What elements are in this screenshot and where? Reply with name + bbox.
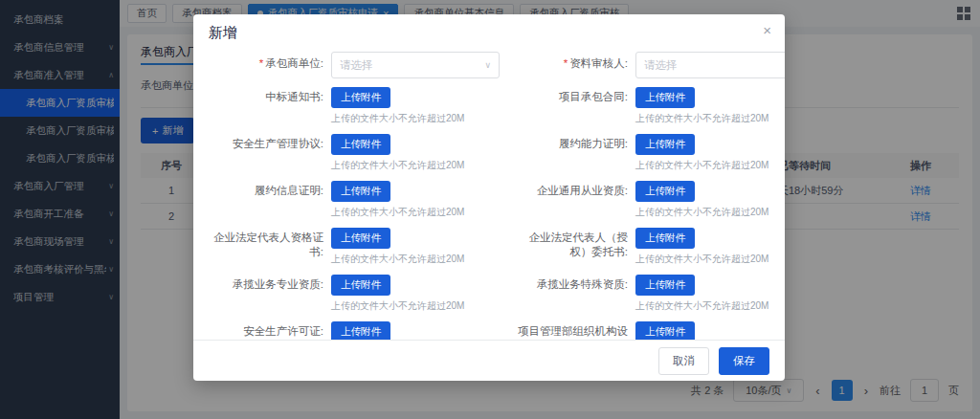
add-dialog: 新增 × *承包商单位: 请选择∨ *资料审核人: 请选择∨ 中标通知书: 上传…	[193, 14, 785, 381]
upload-hint: 上传的文件大小不允许超过20M	[635, 299, 785, 313]
field-label: 企业法定代表人（授权）委托书:	[517, 226, 635, 266]
upload-attachment-button[interactable]: 上传附件	[331, 181, 390, 202]
upload-attachment-button[interactable]: 上传附件	[331, 228, 390, 249]
field-label: 项目承包合同:	[517, 85, 635, 125]
modal-body: *承包商单位: 请选择∨ *资料审核人: 请选择∨ 中标通知书: 上传附件上传的…	[193, 48, 785, 340]
field-label: 企业通用从业资质:	[517, 179, 635, 219]
form-item-special-qualification: 承揽业务特殊资质: 上传附件上传的文件大小不允许超过20M	[517, 273, 785, 313]
material-reviewer-select[interactable]: 请选择∨	[635, 52, 785, 78]
upload-attachment-button[interactable]: 上传附件	[635, 321, 695, 340]
upload-attachment-button[interactable]: 上传附件	[635, 134, 695, 155]
field-label: 履约信息证明:	[212, 179, 331, 219]
form-item-safety-mgmt-agreement: 安全生产管理协议: 上传附件上传的文件大小不允许超过20M	[212, 132, 500, 172]
form-item-legal-rep-authorization: 企业法定代表人（授权）委托书: 上传附件上传的文件大小不允许超过20M	[517, 226, 785, 266]
field-label: 中标通知书:	[212, 85, 331, 125]
form-item-legal-rep-certificate: 企业法定代表人资格证书: 上传附件上传的文件大小不允许超过20M	[212, 226, 500, 266]
upload-attachment-button[interactable]: 上传附件	[635, 87, 695, 108]
form-item-bid-notice: 中标通知书: 上传附件上传的文件大小不允许超过20M	[212, 85, 500, 125]
required-marker: *	[564, 57, 568, 69]
form-item-performance-info-proof: 履约信息证明: 上传附件上传的文件大小不允许超过20M	[212, 179, 500, 219]
upload-hint: 上传的文件大小不允许超过20M	[635, 253, 785, 266]
form-item-general-qualification: 企业通用从业资质: 上传附件上传的文件大小不允许超过20M	[517, 179, 785, 219]
form-item-performance-capability-proof: 履约能力证明: 上传附件上传的文件大小不允许超过20M	[517, 132, 785, 172]
upload-hint: 上传的文件大小不允许超过20M	[331, 253, 500, 266]
app-root: 承包商档案 承包商信息管理∨ 承包商准入管理∧ 承包商入厂资质审核申请 承包商入…	[0, 0, 980, 419]
upload-hint: 上传的文件大小不允许超过20M	[635, 112, 785, 125]
modal-footer: 取消 保存	[193, 340, 785, 381]
upload-hint: 上传的文件大小不允许超过20M	[331, 299, 500, 313]
form-item-project-contract: 项目承包合同: 上传附件上传的文件大小不允许超过20M	[517, 85, 785, 125]
field-label: 承揽业务专业资质:	[212, 273, 331, 313]
upload-attachment-button[interactable]: 上传附件	[635, 181, 695, 202]
upload-attachment-button[interactable]: 上传附件	[331, 321, 390, 340]
upload-attachment-button[interactable]: 上传附件	[331, 87, 390, 108]
form-grid: *承包商单位: 请选择∨ *资料审核人: 请选择∨ 中标通知书: 上传附件上传的…	[212, 52, 766, 340]
save-button[interactable]: 保存	[719, 347, 769, 375]
modal-title: 新增	[209, 24, 237, 40]
form-item-pm-org-staffing-plan: 项目管理部组织机构设置及人员配置方案: 上传附件上传的文件大小不允许超过20M	[517, 320, 785, 340]
cancel-button[interactable]: 取消	[658, 347, 709, 375]
chevron-down-icon: ∨	[484, 60, 491, 70]
field-label: 企业法定代表人资格证书:	[212, 226, 331, 266]
required-marker: *	[259, 57, 263, 69]
select-placeholder: 请选择	[644, 58, 678, 73]
upload-hint: 上传的文件大小不允许超过20M	[331, 112, 500, 125]
modal-header: 新增 ×	[193, 14, 785, 48]
field-label: 安全生产许可证:	[212, 320, 331, 340]
form-item-contractor-unit: *承包商单位: 请选择∨	[212, 52, 500, 78]
form-item-safety-production-license: 安全生产许可证: 上传附件上传的文件大小不允许超过20M	[212, 320, 500, 340]
select-placeholder: 请选择	[340, 58, 373, 73]
field-label: 履约能力证明:	[517, 132, 635, 172]
field-label: 安全生产管理协议:	[212, 132, 331, 172]
upload-attachment-button[interactable]: 上传附件	[635, 275, 695, 296]
form-item-professional-qualification: 承揽业务专业资质: 上传附件上传的文件大小不允许超过20M	[212, 273, 500, 313]
contractor-unit-select[interactable]: 请选择∨	[331, 52, 500, 78]
field-label: 项目管理部组织机构设置及人员配置方案:	[517, 320, 635, 340]
upload-hint: 上传的文件大小不允许超过20M	[331, 159, 500, 172]
field-label: 承揽业务特殊资质:	[517, 273, 635, 313]
upload-attachment-button[interactable]: 上传附件	[331, 134, 390, 155]
field-label: *承包商单位:	[212, 52, 331, 78]
upload-hint: 上传的文件大小不允许超过20M	[635, 206, 785, 219]
upload-hint: 上传的文件大小不允许超过20M	[635, 159, 785, 172]
field-label: *资料审核人:	[517, 52, 635, 78]
close-icon[interactable]: ×	[763, 23, 771, 37]
form-item-material-reviewer: *资料审核人: 请选择∨	[517, 52, 785, 78]
upload-hint: 上传的文件大小不允许超过20M	[331, 206, 500, 219]
upload-attachment-button[interactable]: 上传附件	[331, 275, 390, 296]
upload-attachment-button[interactable]: 上传附件	[635, 228, 695, 249]
